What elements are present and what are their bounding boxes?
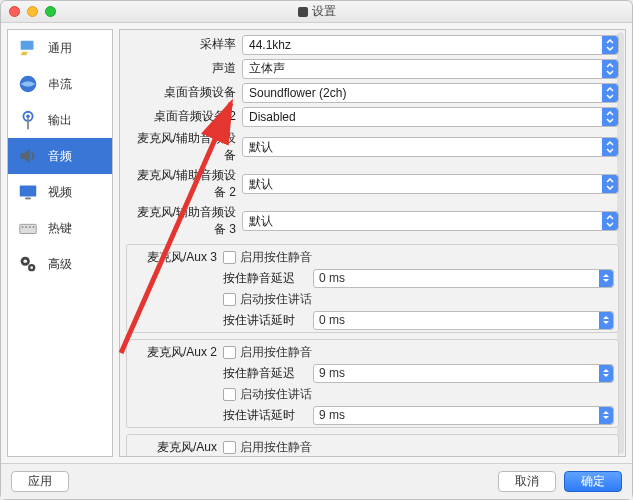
apply-button[interactable]: 应用: [11, 471, 69, 492]
checkbox-ptt-mute[interactable]: [223, 346, 236, 359]
talk-delay-label: 按住讲话延时: [223, 407, 309, 424]
ptt-mute-label: 启用按住静音: [240, 249, 312, 266]
field-value: 9 ms: [319, 366, 345, 380]
window-title-text: 设置: [312, 3, 336, 20]
stepper-icon[interactable]: [599, 270, 613, 287]
gears-icon: [16, 252, 40, 276]
speaker-icon: [16, 144, 40, 168]
label-sample-rate: 采样率: [126, 36, 242, 53]
svg-point-14: [30, 266, 33, 269]
sidebar-item-label: 串流: [48, 76, 72, 93]
ptt-talk-label: 启动按住讲话: [240, 386, 312, 403]
ptt-talk-label: 启动按住讲话: [240, 291, 312, 308]
row-sample-rate: 采样率 44.1khz: [126, 34, 619, 55]
chevron-updown-icon: [602, 138, 618, 156]
settings-window: 设置 通用 串流 输出: [0, 0, 633, 500]
checkbox-ptt-talk[interactable]: [223, 293, 236, 306]
stepper-icon[interactable]: [599, 312, 613, 329]
content-inner: 采样率 44.1khz 声道 立体声 桌面音频设备 S: [120, 30, 625, 457]
group-title: 麦克风/Aux: [131, 436, 223, 456]
label-desktop-audio: 桌面音频设备: [126, 84, 242, 101]
app-icon: [298, 7, 308, 17]
checkbox-ptt-mute[interactable]: [223, 441, 236, 454]
select-mic-aux[interactable]: 默认: [242, 137, 619, 157]
svg-point-3: [26, 115, 30, 119]
ok-button[interactable]: 确定: [564, 471, 622, 492]
window-body: 通用 串流 输出 音频: [1, 23, 632, 463]
chevron-updown-icon: [602, 175, 618, 193]
button-label: 确定: [581, 473, 605, 490]
label-mic-aux-3: 麦克风/辅助音频设备 3: [126, 204, 242, 238]
field-value: 0 ms: [319, 313, 345, 327]
talk-delay-field[interactable]: 0 ms: [313, 311, 614, 330]
sidebar-item-hotkeys[interactable]: 热键: [8, 210, 112, 246]
ptt-mute-label: 启用按住静音: [240, 439, 312, 456]
select-value: 默认: [249, 139, 273, 156]
chevron-updown-icon: [602, 60, 618, 78]
stepper-icon[interactable]: [599, 365, 613, 382]
select-value: 立体声: [249, 60, 285, 77]
select-mic-aux-2[interactable]: 默认: [242, 174, 619, 194]
svg-rect-8: [25, 226, 27, 228]
row-channels: 声道 立体声: [126, 58, 619, 79]
mute-delay-field[interactable]: 9 ms: [313, 364, 614, 383]
mute-delay-field[interactable]: 0 ms: [313, 269, 614, 288]
select-channels[interactable]: 立体声: [242, 59, 619, 79]
sidebar-item-label: 音频: [48, 148, 72, 165]
sidebar-item-label: 输出: [48, 112, 72, 129]
select-value: 默认: [249, 176, 273, 193]
wrench-icon: [16, 36, 40, 60]
select-value: Soundflower (2ch): [249, 86, 346, 100]
zoom-button[interactable]: [45, 6, 56, 17]
sidebar-item-label: 视频: [48, 184, 72, 201]
sidebar-item-advanced[interactable]: 高级: [8, 246, 112, 282]
chevron-updown-icon: [602, 84, 618, 102]
ptt-mute-label: 启用按住静音: [240, 344, 312, 361]
group-mic-aux-2: 麦克风/Aux 2 启用按住静音 按住静音延迟9 ms 启动按住讲话 按住讲话延…: [126, 339, 619, 428]
minimize-button[interactable]: [27, 6, 38, 17]
close-button[interactable]: [9, 6, 20, 17]
chevron-updown-icon: [602, 108, 618, 126]
svg-rect-9: [29, 226, 31, 228]
titlebar: 设置: [1, 1, 632, 23]
svg-rect-0: [21, 41, 34, 50]
select-desktop-audio[interactable]: Soundflower (2ch): [242, 83, 619, 103]
footer: 应用 取消 确定: [1, 463, 632, 499]
select-value: 默认: [249, 213, 273, 230]
sidebar-item-stream[interactable]: 串流: [8, 66, 112, 102]
talk-delay-field[interactable]: 9 ms: [313, 406, 614, 425]
button-label: 应用: [28, 473, 52, 490]
checkbox-ptt-talk[interactable]: [223, 388, 236, 401]
mute-delay-label: 按住静音延迟: [223, 270, 309, 287]
sidebar-item-audio[interactable]: 音频: [8, 138, 112, 174]
select-mic-aux-3[interactable]: 默认: [242, 211, 619, 231]
checkbox-ptt-mute[interactable]: [223, 251, 236, 264]
sidebar-item-video[interactable]: 视频: [8, 174, 112, 210]
select-value: 44.1khz: [249, 38, 291, 52]
field-value: 0 ms: [319, 271, 345, 285]
select-desktop-audio-2[interactable]: Disabled: [242, 107, 619, 127]
select-sample-rate[interactable]: 44.1khz: [242, 35, 619, 55]
svg-point-13: [23, 259, 27, 263]
label-mic-aux-2: 麦克风/辅助音频设备 2: [126, 167, 242, 201]
svg-rect-5: [25, 198, 31, 200]
field-value: 9 ms: [319, 408, 345, 422]
svg-rect-7: [22, 226, 24, 228]
cancel-button[interactable]: 取消: [498, 471, 556, 492]
chevron-updown-icon: [602, 212, 618, 230]
window-title: 设置: [1, 3, 632, 20]
window-controls: [1, 6, 56, 17]
sidebar-item-output[interactable]: 输出: [8, 102, 112, 138]
group-title: 麦克风/Aux 3: [131, 246, 223, 266]
chevron-updown-icon: [602, 36, 618, 54]
sidebar-item-label: 通用: [48, 40, 72, 57]
stepper-icon[interactable]: [599, 407, 613, 424]
svg-rect-10: [33, 226, 35, 228]
sidebar-item-general[interactable]: 通用: [8, 30, 112, 66]
label-desktop-audio-2: 桌面音频设备 2: [126, 108, 242, 125]
group-mic-aux-3: 麦克风/Aux 3 启用按住静音 按住静音延迟0 ms 启动按住讲话 按住讲话延…: [126, 244, 619, 333]
monitor-icon: [16, 180, 40, 204]
mute-delay-label: 按住静音延迟: [223, 365, 309, 382]
row-desktop-audio-2: 桌面音频设备 2 Disabled: [126, 106, 619, 127]
group-title: 麦克风/Aux 2: [131, 341, 223, 361]
